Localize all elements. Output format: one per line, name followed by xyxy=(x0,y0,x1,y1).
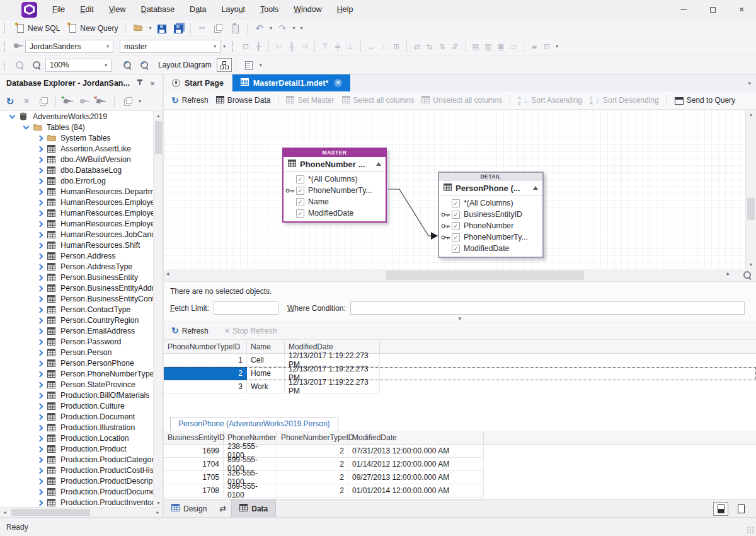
explorer-new-connection-button[interactable]: + xyxy=(61,95,76,108)
checkbox-checked[interactable]: ✓ xyxy=(296,198,304,206)
layout-overflow-arrow[interactable]: ▾ xyxy=(553,44,561,49)
menu-data[interactable]: Data xyxy=(183,2,212,17)
full-view-button[interactable] xyxy=(733,502,748,516)
tree-item[interactable]: dbo.AWBuildVersion xyxy=(0,154,153,165)
diagram-column-row[interactable]: ✓PhoneNumberTy... xyxy=(439,231,542,243)
set-master-button[interactable]: Set Master xyxy=(282,94,338,107)
collapse-triangle-icon[interactable] xyxy=(376,162,381,166)
tree-item[interactable]: Person.Password xyxy=(0,336,153,347)
tree-item[interactable]: HumanResources.Shift xyxy=(0,240,153,250)
chevron-right-icon[interactable] xyxy=(37,199,43,206)
chevron-right-icon[interactable] xyxy=(37,435,43,441)
scroll-down-arrow[interactable]: ▼ xyxy=(746,260,756,269)
fetch-limit-input[interactable] xyxy=(214,301,278,315)
unselect-all-columns-button[interactable]: Unselect all columns xyxy=(418,94,506,107)
chevron-right-icon[interactable] xyxy=(37,253,43,259)
chevron-right-icon[interactable] xyxy=(37,382,43,388)
diagram-column-row[interactable]: ✓*(All Columns) xyxy=(439,197,542,209)
table-cell[interactable]: 2 xyxy=(277,458,348,471)
tree-item[interactable]: HumanResources.Employee xyxy=(0,197,153,207)
explorer-refresh-button[interactable]: ↻ xyxy=(3,95,18,108)
tree-item[interactable]: System Tables xyxy=(0,132,153,143)
chevron-right-icon[interactable] xyxy=(37,285,43,291)
column-header[interactable]: PhoneNumberTypeID xyxy=(164,340,247,353)
menu-database[interactable]: Database xyxy=(135,2,181,17)
scroll-thumb[interactable] xyxy=(386,271,584,280)
tab-close-icon[interactable]: ✕ xyxy=(334,79,342,87)
chevron-right-icon[interactable] xyxy=(37,178,43,184)
chevron-right-icon[interactable] xyxy=(37,371,43,377)
tree-item[interactable]: Production.ProductCategory xyxy=(0,454,153,465)
menu-layout[interactable]: Layout xyxy=(215,2,252,17)
database-dropdown-arrow[interactable]: ▾ xyxy=(220,44,228,49)
diagram-column-row[interactable]: ✓PhoneNumber xyxy=(439,220,542,231)
open-dropdown-arrow[interactable]: ▾ xyxy=(146,25,154,31)
send-to-query-button[interactable]: Send to Query xyxy=(671,94,739,107)
align-top-edges-icon[interactable]: ⊤ xyxy=(319,40,331,53)
chevron-right-icon[interactable] xyxy=(37,328,43,334)
tab-design[interactable]: Design xyxy=(164,499,214,518)
zoom-tool-button[interactable] xyxy=(28,59,45,72)
minimize-button[interactable] xyxy=(669,0,698,19)
chevron-right-icon[interactable] xyxy=(37,489,43,495)
table-cell[interactable]: 2 xyxy=(277,471,348,484)
toolbar-grip[interactable] xyxy=(4,60,6,70)
paste-button[interactable] xyxy=(226,21,243,35)
tree-vertical-scrollbar[interactable]: ▲ ▼ xyxy=(153,111,163,507)
menu-edit[interactable]: Edit xyxy=(74,2,100,17)
page-dropdown-arrow[interactable]: ▾ xyxy=(257,62,265,68)
table-row[interactable]: 2Home12/13/2017 1:19:22.273 PM xyxy=(164,367,756,380)
table-cell[interactable]: 09/27/2013 12:00:00.000 AM xyxy=(348,471,484,484)
table-row[interactable]: 1Cell12/13/2017 1:19:22.273 PM xyxy=(164,354,756,367)
chevron-right-icon[interactable] xyxy=(37,264,43,270)
print-preview-button[interactable] xyxy=(11,59,28,72)
open-button[interactable] xyxy=(130,22,146,35)
collapse-tables-icon[interactable]: ▣ xyxy=(495,40,507,53)
tree-item[interactable]: Person.ContactType xyxy=(0,304,153,315)
table-cell[interactable]: Cell xyxy=(247,354,285,367)
split-horizontal-view-button[interactable] xyxy=(713,502,728,516)
tree-item[interactable]: Production.Document xyxy=(0,411,153,422)
chevron-down-icon[interactable] xyxy=(9,114,15,120)
chevron-right-icon[interactable] xyxy=(37,392,43,399)
tree-item[interactable]: Production.ProductDescription xyxy=(0,475,153,486)
table-cell[interactable]: Work xyxy=(247,380,285,393)
menu-window[interactable]: Window xyxy=(287,2,328,17)
tree-item[interactable]: Production.Culture xyxy=(0,400,153,411)
tab-data[interactable]: Data xyxy=(231,499,276,518)
menu-help[interactable]: Help xyxy=(331,2,360,17)
chevron-right-icon[interactable] xyxy=(37,414,43,420)
scroll-right-arrow[interactable]: ► xyxy=(153,508,163,517)
explorer-overflow-arrow[interactable]: ▾ xyxy=(136,98,144,104)
tree-item[interactable]: Production.Location xyxy=(0,433,153,443)
table-cell[interactable]: 01/14/2012 12:00:00.000 AM xyxy=(348,458,484,471)
table-cell[interactable]: Home xyxy=(247,367,285,380)
redo-dropdown-arrow[interactable]: ▾ xyxy=(290,25,297,31)
chevron-right-icon[interactable] xyxy=(37,349,43,356)
checkbox-checked[interactable]: ✓ xyxy=(452,222,460,230)
copy-button[interactable] xyxy=(209,21,226,35)
undo-button[interactable]: ↶ xyxy=(251,22,267,34)
chevron-right-icon[interactable] xyxy=(37,317,43,323)
decrease-horizontal-spacing-icon[interactable]: ⇆ xyxy=(423,40,436,53)
chevron-right-icon[interactable] xyxy=(37,339,43,345)
tree-item[interactable]: dbo.DatabaseLog xyxy=(0,165,153,175)
bring-to-front-icon[interactable]: ▱ xyxy=(507,40,520,53)
explorer-stop-button[interactable]: × xyxy=(19,95,34,108)
tree-item[interactable]: Person.EmailAddress xyxy=(0,325,153,336)
center-vertically-icon[interactable]: ▥ xyxy=(482,40,495,53)
toolbar-grip[interactable] xyxy=(4,42,6,52)
chevron-right-icon[interactable] xyxy=(37,156,43,163)
stop-refresh-button[interactable]: × Stop Refresh xyxy=(221,325,281,337)
tree-item[interactable]: Person.CountryRegion xyxy=(0,315,153,325)
zoom-level-combobox[interactable]: 100%▾ xyxy=(45,59,112,72)
diagram-column-row[interactable]: ✓PhoneNumberTy... xyxy=(284,185,386,196)
column-header[interactable]: BusinessEntityID xyxy=(164,431,224,444)
table-cell[interactable]: 1705 xyxy=(164,471,224,484)
diagram-column-row[interactable]: ✓BusinessEntityID xyxy=(439,209,542,220)
select-all-columns-button[interactable]: Select all columns xyxy=(338,94,418,107)
grid-refresh-button[interactable]: ↻ Refresh xyxy=(168,325,212,337)
send-to-back-icon[interactable]: ▰ xyxy=(528,40,541,53)
chevron-right-icon[interactable] xyxy=(37,306,43,313)
new-sql-button[interactable]: New SQL xyxy=(11,21,64,35)
